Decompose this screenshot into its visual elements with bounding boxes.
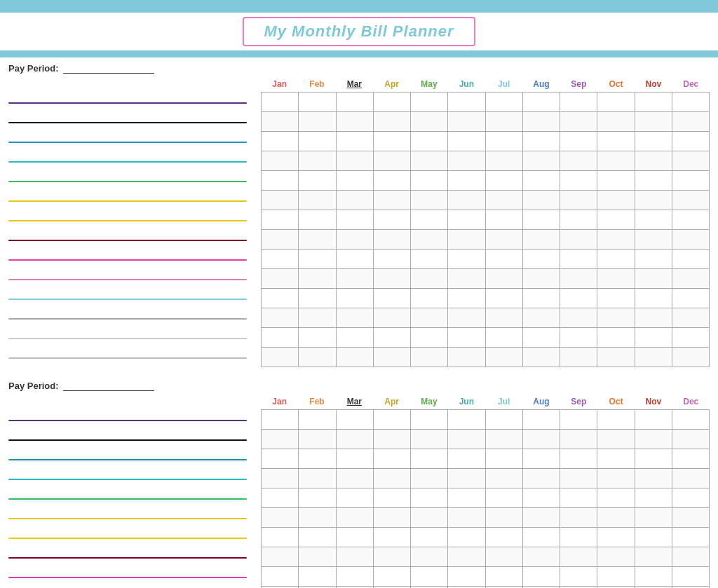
grid-cell[interactable]: [522, 328, 560, 348]
grid-cell[interactable]: [522, 469, 560, 488]
grid-cell[interactable]: [373, 93, 410, 112]
grid-cell[interactable]: [635, 269, 672, 289]
grid-cell[interactable]: [299, 210, 336, 230]
grid-cell[interactable]: [411, 308, 448, 328]
grid-cell[interactable]: [448, 488, 485, 508]
grid-cell[interactable]: [448, 547, 485, 567]
grid-cell[interactable]: [373, 269, 410, 289]
grid-cell[interactable]: [560, 132, 597, 151]
grid-cell[interactable]: [373, 308, 410, 328]
grid-cell[interactable]: [373, 488, 410, 508]
grid-cell[interactable]: [597, 210, 635, 230]
grid-cell[interactable]: [597, 469, 635, 488]
grid-cell[interactable]: [336, 449, 373, 469]
grid-cell[interactable]: [560, 430, 597, 449]
grid-cell[interactable]: [262, 132, 299, 151]
grid-cell[interactable]: [560, 230, 597, 249]
grid-cell[interactable]: [635, 171, 672, 191]
grid-cell[interactable]: [635, 132, 672, 151]
grid-cell[interactable]: [672, 171, 709, 191]
grid-cell[interactable]: [597, 449, 635, 469]
grid-cell[interactable]: [522, 230, 560, 249]
grid-cell[interactable]: [373, 547, 410, 567]
grid-cell[interactable]: [672, 410, 709, 430]
grid-cell[interactable]: [485, 171, 522, 191]
grid-cell[interactable]: [448, 567, 485, 587]
grid-cell[interactable]: [485, 269, 522, 289]
grid-cell[interactable]: [635, 308, 672, 328]
grid-cell[interactable]: [336, 132, 373, 151]
grid-cell[interactable]: [373, 132, 410, 151]
grid-cell[interactable]: [597, 308, 635, 328]
grid-cell[interactable]: [635, 430, 672, 449]
grid-cell[interactable]: [262, 328, 299, 348]
grid-cell[interactable]: [672, 348, 709, 367]
grid-cell[interactable]: [672, 93, 709, 112]
grid-cell[interactable]: [448, 230, 485, 249]
grid-cell[interactable]: [411, 289, 448, 308]
grid-cell[interactable]: [597, 249, 635, 269]
grid-cell[interactable]: [262, 93, 299, 112]
grid-cell[interactable]: [672, 547, 709, 567]
grid-cell[interactable]: [522, 348, 560, 367]
grid-cell[interactable]: [448, 93, 485, 112]
grid-cell[interactable]: [411, 132, 448, 151]
grid-cell[interactable]: [336, 547, 373, 567]
grid-cell[interactable]: [635, 191, 672, 210]
grid-cell[interactable]: [522, 151, 560, 171]
grid-cell[interactable]: [485, 93, 522, 112]
grid-cell[interactable]: [485, 230, 522, 249]
grid-cell[interactable]: [672, 508, 709, 528]
grid-cell[interactable]: [336, 210, 373, 230]
grid-cell[interactable]: [262, 547, 299, 567]
grid-cell[interactable]: [522, 508, 560, 528]
grid-cell[interactable]: [373, 289, 410, 308]
grid-cell[interactable]: [411, 328, 448, 348]
grid-cell[interactable]: [560, 249, 597, 269]
grid-cell[interactable]: [411, 567, 448, 587]
grid-cell[interactable]: [485, 249, 522, 269]
grid-cell[interactable]: [336, 488, 373, 508]
grid-cell[interactable]: [560, 289, 597, 308]
grid-cell[interactable]: [597, 410, 635, 430]
grid-cell[interactable]: [336, 191, 373, 210]
grid-cell[interactable]: [635, 210, 672, 230]
grid-cell[interactable]: [560, 308, 597, 328]
grid-cell[interactable]: [448, 210, 485, 230]
grid-cell[interactable]: [411, 151, 448, 171]
grid-cell[interactable]: [485, 191, 522, 210]
grid-cell[interactable]: [299, 567, 336, 587]
grid-cell[interactable]: [411, 191, 448, 210]
grid-cell[interactable]: [336, 508, 373, 528]
grid-cell[interactable]: [411, 410, 448, 430]
grid-cell[interactable]: [411, 249, 448, 269]
grid-cell[interactable]: [560, 508, 597, 528]
grid-cell[interactable]: [635, 93, 672, 112]
grid-cell[interactable]: [373, 191, 410, 210]
grid-cell[interactable]: [336, 249, 373, 269]
grid-cell[interactable]: [485, 449, 522, 469]
grid-cell[interactable]: [485, 567, 522, 587]
grid-cell[interactable]: [485, 289, 522, 308]
grid-cell[interactable]: [672, 567, 709, 587]
grid-cell[interactable]: [522, 567, 560, 587]
grid-cell[interactable]: [299, 410, 336, 430]
grid-cell[interactable]: [597, 508, 635, 528]
grid-cell[interactable]: [262, 289, 299, 308]
grid-cell[interactable]: [485, 112, 522, 132]
grid-cell[interactable]: [299, 547, 336, 567]
grid-cell[interactable]: [560, 410, 597, 430]
grid-cell[interactable]: [485, 430, 522, 449]
grid-cell[interactable]: [411, 488, 448, 508]
grid-cell[interactable]: [485, 308, 522, 328]
grid-cell[interactable]: [522, 289, 560, 308]
grid-cell[interactable]: [522, 249, 560, 269]
grid-cell[interactable]: [560, 348, 597, 367]
grid-cell[interactable]: [485, 488, 522, 508]
grid-cell[interactable]: [262, 528, 299, 547]
grid-cell[interactable]: [672, 308, 709, 328]
grid-cell[interactable]: [411, 171, 448, 191]
grid-cell[interactable]: [299, 488, 336, 508]
grid-cell[interactable]: [672, 191, 709, 210]
grid-cell[interactable]: [448, 508, 485, 528]
